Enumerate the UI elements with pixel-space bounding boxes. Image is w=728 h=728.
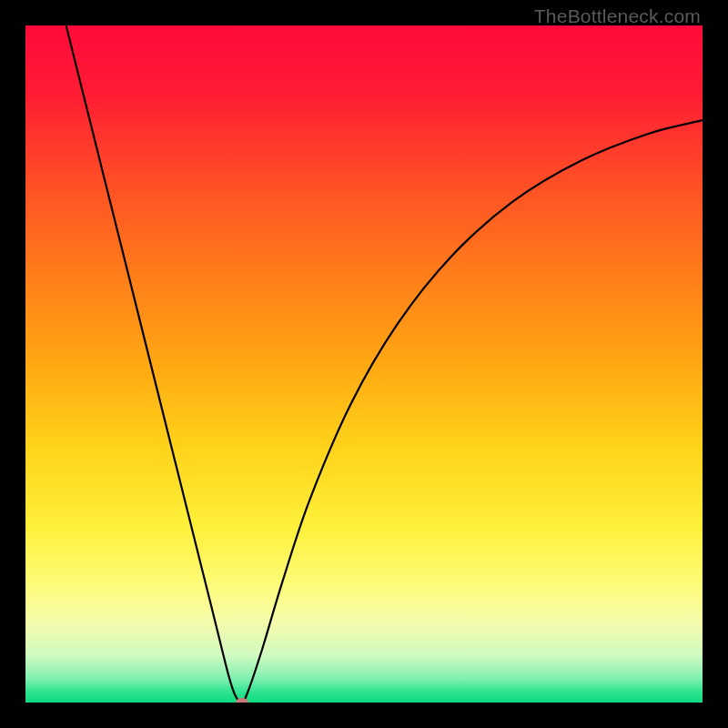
plot-area: [25, 25, 703, 703]
bottleneck-curve: [25, 25, 703, 703]
chart-container: TheBottleneck.com: [0, 0, 728, 728]
optimum-marker: [236, 698, 248, 703]
watermark-text: TheBottleneck.com: [534, 5, 701, 27]
